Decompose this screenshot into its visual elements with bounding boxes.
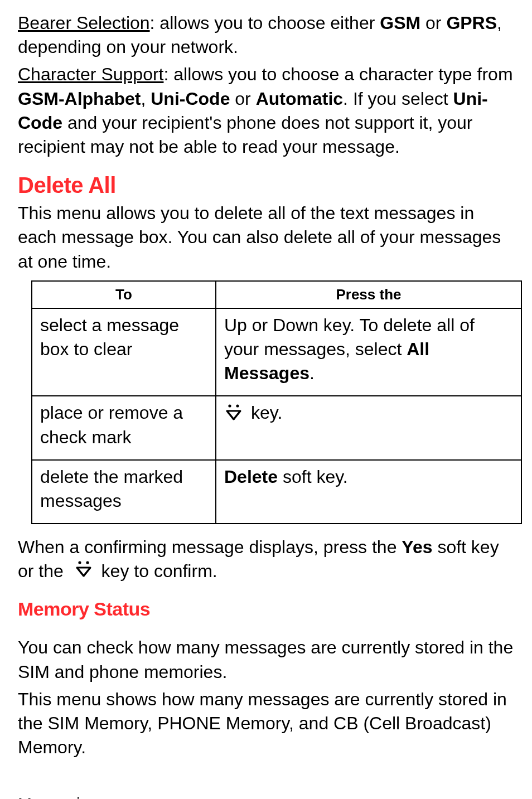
table-cell: Delete soft key. (216, 460, 521, 524)
table-row: select a message box to clear Up or Down… (32, 308, 521, 396)
table-cell: Up or Down key. To delete all of your me… (216, 308, 521, 396)
delete-all-intro: This menu allows you to delete all of th… (18, 201, 516, 274)
table-cell: place or remove a check mark (32, 396, 216, 459)
table-cell: key. (216, 396, 521, 459)
table-header-row: To Press the (32, 281, 521, 308)
table-row: place or remove a check mark key. (32, 396, 521, 459)
bearer-selection-label: Bearer Selection (18, 13, 150, 33)
character-support-label: Character Support (18, 64, 163, 84)
svg-point-1 (236, 404, 239, 407)
table-cell: select a message box to clear (32, 308, 216, 396)
table-header-press: Press the (216, 281, 521, 308)
table-header-to: To (32, 281, 216, 308)
svg-point-3 (86, 561, 89, 564)
svg-point-0 (228, 404, 231, 407)
nav-key-icon (224, 403, 243, 424)
delete-all-table: To Press the select a message box to cle… (31, 280, 522, 524)
memory-status-p2: This menu shows how many messages are cu… (18, 687, 516, 760)
delete-all-heading: Delete All (18, 170, 516, 200)
footer-section-label: Messaging (18, 793, 516, 799)
confirm-paragraph: When a confirming message displays, pres… (18, 535, 516, 587)
bearer-selection-paragraph: Bearer Selection: allows you to choose e… (18, 11, 516, 59)
svg-point-2 (78, 561, 81, 564)
nav-key-icon (74, 559, 93, 580)
table-cell: delete the marked messages (32, 460, 216, 524)
table-row: delete the marked messages Delete soft k… (32, 460, 521, 524)
character-support-paragraph: Character Support: allows you to choose … (18, 62, 516, 159)
memory-status-heading: Memory Status (18, 597, 516, 622)
memory-status-p1: You can check how many messages are curr… (18, 636, 516, 684)
